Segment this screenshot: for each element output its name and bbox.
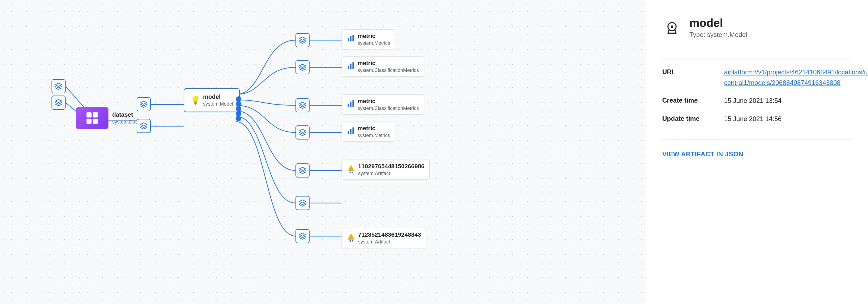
svg-point-31 xyxy=(352,172,353,173)
svg-rect-19 xyxy=(348,66,349,69)
cube-node-r5[interactable] xyxy=(296,163,310,177)
update-time-value: 15 June 2021 14:56 xyxy=(724,114,781,124)
view-json-button[interactable]: VIEW ARTIFACT IN JSON xyxy=(662,150,852,158)
detail-title-group: model Type: system.Model xyxy=(689,16,747,38)
update-time-row: Update time 15 June 2021 14:56 xyxy=(662,114,852,124)
create-time-row: Create time 15 June 2021 13:54 xyxy=(662,95,852,106)
svg-rect-34 xyxy=(350,240,351,242)
model-icon xyxy=(662,18,682,37)
cube-node-r2[interactable] xyxy=(296,60,310,74)
uri-row: URI aiplatform://v1/projects/46214106849… xyxy=(662,67,852,88)
uri-key: URI xyxy=(662,67,711,76)
metric2-label: metric system.ClassificationMetrics xyxy=(358,59,419,74)
svg-rect-24 xyxy=(352,100,354,107)
artifact1-node[interactable]: ! 11029765448150266986 system.Artifact xyxy=(342,160,430,180)
svg-rect-26 xyxy=(350,129,351,134)
svg-rect-21 xyxy=(352,62,354,69)
artifact1-label: 11029765448150266986 system.Artifact xyxy=(358,163,425,177)
divider-1 xyxy=(662,59,852,59)
model-label: model system.Model xyxy=(203,93,233,107)
cube-node-r4[interactable] xyxy=(296,126,310,139)
cube-node-bottom-left[interactable] xyxy=(52,95,66,110)
svg-rect-13 xyxy=(93,112,98,117)
svg-text:!: ! xyxy=(350,236,351,239)
svg-rect-14 xyxy=(87,119,92,124)
svg-text:!: ! xyxy=(350,167,351,171)
svg-rect-18 xyxy=(352,35,354,42)
cube-node-top-left[interactable] xyxy=(52,79,66,93)
cube-node-r7[interactable] xyxy=(296,229,310,243)
create-time-key: Create time xyxy=(662,95,711,104)
detail-header: model Type: system.Model xyxy=(662,16,852,38)
graph-area[interactable]: dataset system.Dataset 💡 model system.Mo… xyxy=(0,0,646,304)
metric4-node[interactable]: metric system.Metrics xyxy=(342,121,395,142)
cube-node-r3[interactable] xyxy=(296,98,310,112)
svg-rect-16 xyxy=(348,38,349,41)
uri-value[interactable]: aiplatform://v1/projects/462141068491/lo… xyxy=(724,67,868,88)
metric4-label: metric system.Metrics xyxy=(358,125,390,139)
metric1-label: metric system.Metrics xyxy=(358,32,390,47)
dataset-node[interactable] xyxy=(76,107,108,129)
create-time-value: 15 June 2021 13:54 xyxy=(724,95,781,106)
connections-svg xyxy=(0,0,646,304)
cube-node-mid-bottom[interactable] xyxy=(136,119,151,133)
artifact2-node[interactable]: ! 7128521483619248843 system.Artifact xyxy=(342,228,426,248)
cube-node-r1[interactable] xyxy=(296,33,310,47)
svg-rect-23 xyxy=(350,102,351,107)
metric3-node[interactable]: metric system.ClassificationMetrics xyxy=(342,94,424,114)
svg-rect-15 xyxy=(93,119,98,124)
svg-point-35 xyxy=(352,240,353,242)
metric3-label: metric system.ClassificationMetrics xyxy=(358,98,419,112)
detail-title: model xyxy=(689,16,747,30)
svg-point-40 xyxy=(671,26,673,28)
svg-rect-17 xyxy=(350,36,351,42)
metric1-node[interactable]: metric system.Metrics xyxy=(342,29,395,49)
detail-subtitle: Type: system.Model xyxy=(689,31,747,38)
svg-rect-27 xyxy=(352,127,354,134)
svg-rect-30 xyxy=(350,172,351,173)
cube-node-mid-top[interactable] xyxy=(136,97,151,111)
artifact2-label: 7128521483619248843 system.Artifact xyxy=(358,231,421,245)
metric2-node[interactable]: metric system.ClassificationMetrics xyxy=(342,56,424,77)
svg-rect-12 xyxy=(87,112,92,117)
cube-node-r6[interactable] xyxy=(296,196,310,210)
detail-panel: model Type: system.Model URI aiplatform:… xyxy=(646,0,868,304)
svg-rect-20 xyxy=(350,63,351,69)
svg-rect-22 xyxy=(348,104,349,107)
update-time-key: Update time xyxy=(662,114,711,122)
model-node[interactable]: 💡 model system.Model xyxy=(184,88,240,112)
svg-rect-25 xyxy=(348,131,349,134)
